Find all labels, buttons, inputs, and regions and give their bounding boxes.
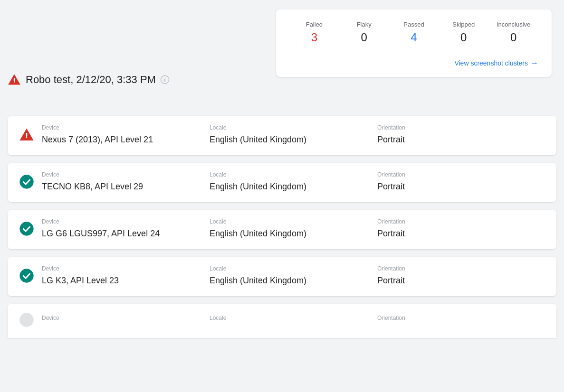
device-column-device-1: Device Nexus 7 (2013), API Level 21 (42, 124, 210, 145)
locale-label-4: Locale (210, 265, 377, 272)
device-label-2: Device (42, 171, 210, 178)
device-label-1: Device (42, 124, 210, 131)
locale-column-1: Locale English (United Kingdom) (210, 124, 377, 145)
orientation-label-4: Orientation (377, 265, 545, 272)
locale-column-2: Locale English (United Kingdom) (210, 171, 377, 192)
passed-label: Passed (389, 21, 439, 28)
svg-point-2 (19, 269, 33, 282)
passed-status-icon-4 (19, 268, 34, 283)
failed-value: 3 (289, 31, 339, 44)
device-info-3: Device LG G6 LGUS997, API Level 24 Local… (42, 218, 545, 239)
orientation-label-1: Orientation (377, 124, 545, 131)
flaky-value: 0 (339, 31, 389, 44)
orientation-value-2: Portrait (377, 182, 545, 192)
svg-point-1 (19, 222, 33, 235)
device-value-1: Nexus 7 (2013), API Level 21 (42, 135, 210, 145)
device-column-device-4: Device LG K3, API Level 23 (42, 265, 210, 286)
device-label-5: Device (42, 315, 210, 321)
passed-status-icon-2 (19, 174, 34, 189)
orientation-value-3: Portrait (377, 229, 545, 239)
device-card-2[interactable]: Device TECNO KB8, API Level 29 Locale En… (8, 163, 556, 202)
inconclusive-value: 0 (488, 31, 538, 44)
passed-value: 4 (389, 31, 439, 44)
stat-inconclusive: Inconclusive 0 (488, 21, 538, 44)
device-info-5: Device Locale Orientation (42, 315, 545, 325)
device-list: Device Nexus 7 (2013), API Level 21 Loca… (8, 116, 556, 338)
orientation-column-3: Orientation Portrait (377, 218, 545, 239)
locale-column-4: Locale English (United Kingdom) (210, 265, 377, 286)
locale-label-2: Locale (210, 171, 377, 178)
locale-value-1: English (United Kingdom) (210, 135, 377, 145)
device-column-device-3: Device LG G6 LGUS997, API Level 24 (42, 218, 210, 239)
summary-divider (289, 52, 538, 52)
test-title: Robo test, 2/12/20, 3:33 PM (26, 74, 156, 86)
flaky-label: Flaky (339, 21, 389, 28)
orientation-label-5: Orientation (377, 315, 545, 321)
inconclusive-label: Inconclusive (488, 21, 538, 28)
device-value-3: LG G6 LGUS997, API Level 24 (42, 229, 210, 239)
orientation-label-2: Orientation (377, 171, 545, 178)
orientation-value-4: Portrait (377, 276, 545, 286)
locale-label-5: Locale (210, 315, 377, 321)
status-icon-5 (19, 312, 34, 327)
device-card-4[interactable]: Device LG K3, API Level 23 Locale Englis… (8, 257, 556, 296)
locale-label-1: Locale (210, 124, 377, 131)
view-clusters-link[interactable]: View screenshot clusters → (289, 59, 538, 67)
device-info-1: Device Nexus 7 (2013), API Level 21 Loca… (42, 124, 545, 145)
passed-status-icon-3 (19, 221, 34, 236)
failed-label: Failed (289, 21, 339, 28)
device-card-5[interactable]: Device Locale Orientation (8, 304, 556, 338)
locale-value-4: English (United Kingdom) (210, 276, 377, 286)
info-icon[interactable]: i (161, 75, 169, 84)
locale-label-3: Locale (210, 218, 377, 225)
stat-failed: Failed 3 (289, 21, 339, 44)
device-column-device-2: Device TECNO KB8, API Level 29 (42, 171, 210, 192)
device-label-3: Device (42, 218, 210, 225)
arrow-right-icon: → (531, 59, 538, 67)
header-row: Robo test, 2/12/20, 3:33 PM i (8, 73, 169, 86)
device-value-2: TECNO KB8, API Level 29 (42, 182, 210, 192)
summary-card: Failed 3 Flaky 0 Passed 4 Skipped 0 Inco… (276, 9, 552, 77)
device-card-1[interactable]: Device Nexus 7 (2013), API Level 21 Loca… (8, 116, 556, 155)
warning-icon (8, 73, 21, 86)
orientation-column-1: Orientation Portrait (377, 124, 545, 145)
summary-stats: Failed 3 Flaky 0 Passed 4 Skipped 0 Inco… (289, 21, 538, 44)
skipped-value: 0 (439, 31, 488, 44)
stat-flaky: Flaky 0 (339, 21, 389, 44)
orientation-column-5: Orientation (377, 315, 545, 325)
orientation-value-1: Portrait (377, 135, 545, 145)
device-info-4: Device LG K3, API Level 23 Locale Englis… (42, 265, 545, 286)
skipped-label: Skipped (439, 21, 488, 28)
svg-point-3 (19, 313, 33, 327)
locale-column-5: Locale (210, 315, 377, 325)
locale-column-3: Locale English (United Kingdom) (210, 218, 377, 239)
device-card-3[interactable]: Device LG G6 LGUS997, API Level 24 Local… (8, 210, 556, 249)
stat-skipped: Skipped 0 (439, 21, 488, 44)
svg-point-0 (19, 175, 33, 188)
stat-passed: Passed 4 (389, 21, 439, 44)
locale-value-3: English (United Kingdom) (210, 229, 377, 239)
orientation-column-2: Orientation Portrait (377, 171, 545, 192)
view-clusters-label: View screenshot clusters (454, 59, 528, 67)
failed-status-icon (19, 127, 34, 142)
device-value-4: LG K3, API Level 23 (42, 276, 210, 286)
device-label-4: Device (42, 265, 210, 272)
device-column-device-5: Device (42, 315, 210, 325)
orientation-column-4: Orientation Portrait (377, 265, 545, 286)
device-info-2: Device TECNO KB8, API Level 29 Locale En… (42, 171, 545, 192)
orientation-label-3: Orientation (377, 218, 545, 225)
locale-value-2: English (United Kingdom) (210, 182, 377, 192)
page-container: Failed 3 Flaky 0 Passed 4 Skipped 0 Inco… (0, 0, 564, 347)
